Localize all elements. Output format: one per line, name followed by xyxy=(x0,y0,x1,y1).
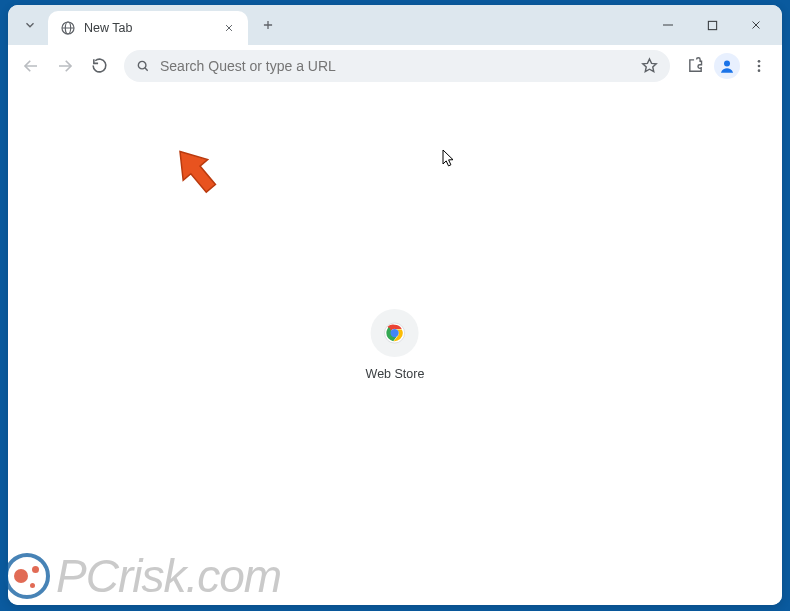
window-close-button[interactable] xyxy=(734,9,778,41)
svg-point-16 xyxy=(724,60,730,66)
shortcut-web-store[interactable]: Web Store xyxy=(366,309,425,381)
new-tab-button[interactable] xyxy=(254,11,282,39)
reload-icon xyxy=(91,57,108,74)
bookmark-button[interactable] xyxy=(641,57,658,74)
plus-icon xyxy=(261,18,275,32)
menu-button[interactable] xyxy=(744,51,774,81)
shortcut-tile xyxy=(371,309,419,357)
browser-window: New Tab xyxy=(8,5,782,605)
svg-marker-15 xyxy=(643,59,656,72)
tab-title: New Tab xyxy=(84,21,220,35)
extensions-button[interactable] xyxy=(680,51,710,81)
address-input[interactable] xyxy=(160,58,641,74)
omnibox[interactable] xyxy=(124,50,670,82)
tab-new-tab[interactable]: New Tab xyxy=(48,11,248,45)
search-tabs-button[interactable] xyxy=(16,11,44,39)
svg-rect-8 xyxy=(708,21,716,29)
window-close-icon xyxy=(750,19,762,31)
maximize-icon xyxy=(707,20,718,31)
maximize-button[interactable] xyxy=(690,9,734,41)
svg-point-18 xyxy=(758,64,761,67)
cursor-icon xyxy=(442,149,456,169)
svg-point-17 xyxy=(758,60,761,63)
toolbar xyxy=(8,45,782,87)
search-icon xyxy=(136,59,150,73)
minimize-icon xyxy=(662,19,674,31)
minimize-button[interactable] xyxy=(646,9,690,41)
back-icon xyxy=(22,57,40,75)
profile-icon xyxy=(718,57,736,75)
svg-line-14 xyxy=(145,67,148,70)
globe-icon xyxy=(60,20,76,36)
back-button[interactable] xyxy=(16,51,46,81)
annotation-arrow xyxy=(168,143,228,203)
menu-icon xyxy=(751,58,767,74)
window-controls xyxy=(646,5,778,45)
tab-close-button[interactable] xyxy=(220,19,238,37)
forward-icon xyxy=(56,57,74,75)
chevron-down-icon xyxy=(23,18,37,32)
tab-strip: New Tab xyxy=(8,5,782,45)
svg-point-19 xyxy=(758,69,761,72)
extensions-icon xyxy=(687,57,704,74)
forward-button[interactable] xyxy=(50,51,80,81)
close-icon xyxy=(224,23,234,33)
new-tab-page: Web Store xyxy=(8,87,782,605)
profile-button[interactable] xyxy=(714,53,740,79)
svg-marker-23 xyxy=(168,143,223,199)
shortcut-label: Web Store xyxy=(366,367,425,381)
reload-button[interactable] xyxy=(84,51,114,81)
chrome-webstore-icon xyxy=(384,322,406,344)
star-icon xyxy=(641,57,658,74)
svg-point-13 xyxy=(138,61,146,69)
